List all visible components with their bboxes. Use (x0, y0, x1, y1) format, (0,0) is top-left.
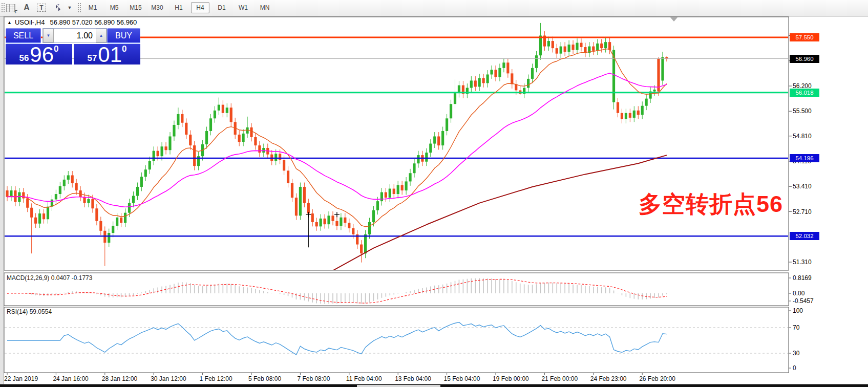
candle-body (226, 107, 228, 113)
volume-decrease-button[interactable]: ▼ (43, 29, 54, 42)
time-axis-label: 30 Jan 12:00 (151, 375, 186, 382)
candle-body (450, 104, 452, 118)
mt4-terminal-window: F A T ▼ M1M5M15M30H1H4D1W1MN ▲USOil-,H45… (0, 0, 868, 387)
candle-body (560, 47, 562, 54)
candle-body (99, 221, 102, 231)
price-tick-label: 54.810 (793, 133, 812, 140)
candle-body (87, 199, 90, 203)
ma-slow-line (325, 155, 667, 275)
candle-body (95, 208, 98, 221)
candle-body (535, 55, 538, 68)
sell-price-pip: 0 (54, 45, 58, 53)
candle-body (385, 192, 387, 198)
candle-body (144, 169, 147, 177)
macd-axis-label: -0.5457 (793, 297, 814, 305)
candle-body (437, 136, 440, 145)
anchor-cross-mark (306, 212, 311, 217)
chart-title: ▲USOil-,H456.890 57.020 56.890 56.960 (7, 18, 137, 26)
sell-price-digits: 96 (30, 46, 54, 63)
candle-body (441, 131, 444, 145)
candle-body (299, 187, 302, 216)
rsi-axis-label: 0 (793, 364, 796, 372)
buy-price-display[interactable]: 57010 (74, 44, 140, 64)
candle-body (320, 219, 322, 226)
candle-body (625, 113, 627, 119)
candle-body (250, 127, 252, 137)
candle-body (368, 222, 371, 234)
candle-body (161, 146, 163, 156)
buy-price-prefix: 57 (87, 54, 97, 62)
collapse-triangle-icon[interactable]: ▲ (7, 20, 12, 25)
candle-body (140, 177, 143, 187)
candle-body (405, 181, 408, 190)
candle-body (409, 173, 411, 181)
candle-body (568, 45, 570, 52)
candle-body (576, 43, 578, 50)
candle-body (556, 48, 558, 54)
candle-body (571, 45, 574, 50)
candle-body (303, 187, 306, 203)
price-tick-label: 53.410 (793, 183, 812, 190)
candle-body (580, 43, 582, 47)
candle-body (324, 219, 326, 224)
candle-body (552, 41, 554, 48)
macd-axis-label: 0.00 (793, 290, 805, 297)
ohlc-readout: 56.890 57.020 56.890 56.960 (50, 18, 137, 26)
candle-body (653, 90, 655, 92)
candle-body (511, 73, 513, 84)
candle-body (311, 213, 314, 222)
candle-body (112, 226, 114, 233)
candle-body (344, 218, 346, 223)
rsi-pane-frame (4, 307, 789, 373)
candle-body (389, 188, 391, 198)
candle-body (360, 245, 363, 254)
candle-body (617, 102, 619, 113)
candle-body (527, 79, 530, 88)
candle-body (230, 107, 232, 122)
candle-body (136, 187, 139, 196)
candle-body (185, 123, 187, 135)
candle-body (429, 144, 432, 153)
candle-body (515, 84, 517, 90)
candle-body (116, 218, 118, 226)
candle-body (258, 145, 261, 153)
candle-body (209, 118, 212, 131)
candle-body (621, 113, 623, 119)
candle-body (596, 44, 599, 51)
price-badge: 52.032 (790, 232, 819, 240)
time-axis-label: 15 Feb 04:00 (444, 375, 480, 382)
sell-price-prefix: 56 (19, 54, 29, 62)
candle-body (397, 185, 399, 194)
candle-body (14, 190, 16, 202)
sell-button[interactable]: SELL (6, 28, 41, 44)
bottom-tab[interactable] (357, 385, 440, 387)
candle-body (629, 113, 631, 118)
candle-body (490, 70, 493, 74)
time-axis-label: 21 Feb 00:00 (541, 375, 578, 382)
rsi-axis-label: 70 (793, 324, 799, 331)
candle-body (164, 146, 167, 150)
price-badge: 54.196 (790, 154, 819, 162)
candle-body (364, 234, 367, 253)
macd-axis-label: 0.8169 (793, 274, 812, 282)
candle-body (63, 180, 66, 186)
candle-body (222, 105, 224, 113)
candle-body (242, 134, 245, 142)
candle-body (474, 80, 477, 87)
candle-body (26, 198, 29, 207)
candle-body (372, 210, 375, 222)
candle-body (425, 153, 428, 162)
volume-increase-button[interactable]: ▲ (96, 29, 107, 42)
candle-body (633, 111, 636, 118)
sell-price-display[interactable]: 56960 (6, 44, 72, 64)
candle-body (645, 99, 648, 106)
buy-button[interactable]: BUY (107, 28, 140, 44)
candle-body (18, 192, 20, 202)
time-axis-label: 26 Feb 20:00 (639, 375, 675, 382)
candle-body (547, 41, 550, 47)
time-axis-label: 7 Feb 08:00 (297, 375, 330, 382)
candle-body (413, 163, 415, 173)
candle-body (71, 175, 74, 183)
time-axis-label: 22 Jan 2019 (4, 375, 38, 382)
volume-input[interactable] (54, 29, 96, 42)
